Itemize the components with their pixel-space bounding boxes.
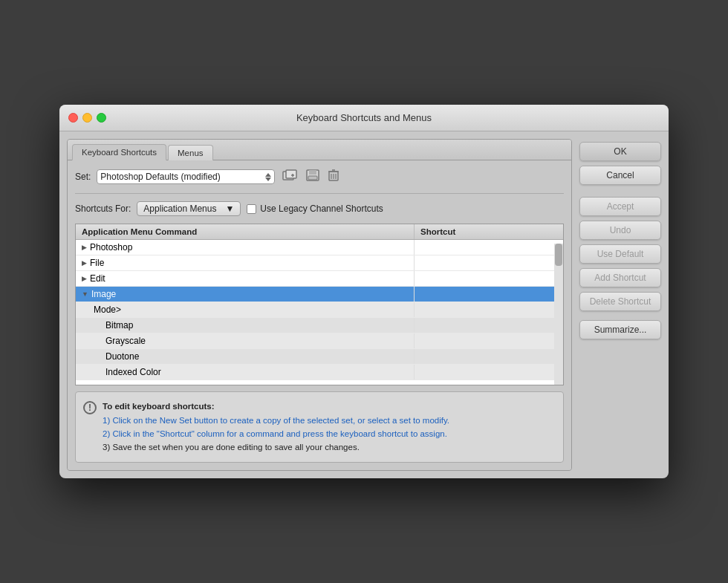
ok-button[interactable]: OK [579,142,661,161]
tab-menus[interactable]: Menus [168,145,213,160]
row-shortcut [415,349,563,364]
legacy-label: Use Legacy Channel Shortcuts [260,203,383,214]
cancel-button[interactable]: Cancel [579,166,661,185]
row-shortcut [415,240,563,255]
info-step3: 3) Save the set when you are done editin… [103,440,556,454]
minimize-button[interactable] [82,113,92,123]
delete-set-button[interactable] [327,168,340,186]
table-row[interactable]: ▼ Image [76,287,563,302]
shortcuts-for-value: Application Menus [143,203,221,214]
main-panel: Keyboard Shortcuts Menus Set: Photoshop … [67,139,572,471]
row-shortcut [415,255,563,270]
close-button[interactable] [68,113,78,123]
row-label: Indexed Color [76,365,415,380]
table-row[interactable]: Indexed Color [76,365,563,380]
set-row: Set: Photoshop Defaults (modified) [75,168,564,186]
row-label: Mode> [76,302,415,317]
legacy-checkbox[interactable] [247,204,256,214]
tabs-bar: Keyboard Shortcuts Menus [68,140,571,160]
table-row[interactable]: Mode> [76,302,563,318]
save-set-button[interactable] [305,168,321,186]
info-icon: ! [83,401,97,414]
tab-keyboard-shortcuts[interactable]: Keyboard Shortcuts [72,144,166,160]
table-row[interactable]: Duotone [76,349,563,365]
row-shortcut [415,271,563,286]
new-set-button[interactable] [281,168,299,186]
use-default-button[interactable]: Use Default [579,244,661,264]
table-row[interactable]: ▶ Edit [76,271,563,287]
info-box: ! To edit keyboard shortcuts: 1) Click o… [75,391,564,463]
table-header: Application Menu Command Shortcut [76,224,563,240]
row-shortcut [415,365,563,380]
expand-icon: ▶ [82,259,87,267]
shortcuts-for-row: Shortcuts For: Application Menus ▼ Use L… [75,201,564,216]
titlebar: Keyboard Shortcuts and Menus [59,105,669,131]
legacy-checkbox-row: Use Legacy Channel Shortcuts [247,203,383,214]
scrollbar-track[interactable] [554,244,563,385]
row-label: Bitmap [76,318,415,333]
scrollbar-thumb[interactable] [555,244,562,266]
expand-icon: ▶ [82,244,87,251]
row-shortcut [415,333,563,348]
row-shortcut [415,287,563,302]
table-row[interactable]: ▶ File [76,255,563,271]
expand-icon: ▶ [82,275,87,282]
traffic-lights [68,113,106,123]
arrow-up-icon [265,173,271,177]
col2-header: Shortcut [415,224,563,239]
shortcuts-table: Application Menu Command Shortcut ▶ Phot… [75,224,564,385]
table-rows: ▶ Photoshop ▶ File [76,240,563,381]
summarize-button[interactable]: Summarize... [579,320,661,339]
delete-shortcut-button[interactable]: Delete Shortcut [579,292,661,311]
set-label: Set: [75,172,91,182]
accept-button[interactable]: Accept [579,197,661,216]
row-label: ▶ Photoshop [76,240,415,255]
info-step1: 1) Click on the New Set button to create… [103,414,556,427]
dropdown-arrow-icon: ▼ [225,203,234,214]
row-label: Grayscale [76,333,415,348]
shortcuts-for-dropdown[interactable]: Application Menus ▼ [137,201,241,216]
shortcuts-for-label: Shortcuts For: [75,203,131,214]
row-shortcut [415,318,563,333]
window-title: Keyboard Shortcuts and Menus [296,112,432,123]
row-label: Duotone [76,349,415,364]
svg-rect-1 [286,170,296,178]
dialog-body: Keyboard Shortcuts Menus Set: Photoshop … [59,131,669,478]
row-label: ▶ Edit [76,271,415,286]
row-label: ▼ Image [76,287,415,302]
dialog: Keyboard Shortcuts and Menus Keyboard Sh… [59,105,669,478]
set-select-value: Photoshop Defaults (modified) [100,172,265,182]
right-panel: OK Cancel Accept Undo Use Default Add Sh… [579,139,661,471]
panel-content: Set: Photoshop Defaults (modified) [68,160,571,470]
arrow-down-icon [265,177,271,181]
table-row[interactable]: Bitmap [76,318,563,333]
row-shortcut [415,302,563,317]
col1-header: Application Menu Command [76,224,415,239]
add-shortcut-button[interactable]: Add Shortcut [579,268,661,287]
zoom-button[interactable] [97,113,106,123]
set-select[interactable]: Photoshop Defaults (modified) [97,169,275,184]
undo-button[interactable]: Undo [579,221,661,240]
expand-icon: ▼ [82,290,88,298]
svg-rect-5 [309,170,316,175]
table-row[interactable]: ▶ Photoshop [76,240,563,255]
info-title: To edit keyboard shortcuts: [103,400,556,413]
table-row[interactable]: Grayscale [76,333,563,349]
info-step2: 2) Click in the "Shortcut" column for a … [103,427,556,440]
set-select-arrow[interactable] [265,173,271,181]
row-label: ▶ File [76,255,415,270]
svg-rect-6 [308,176,317,180]
divider [75,193,564,194]
